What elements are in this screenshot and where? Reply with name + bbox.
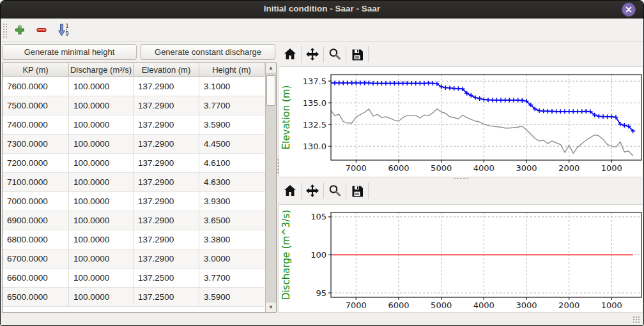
x-tick-label: 1000 <box>601 163 622 173</box>
zoom-button[interactable] <box>324 181 346 200</box>
table-cell[interactable]: 7500.0000 <box>3 96 69 115</box>
table-cell[interactable]: 3.6500 <box>199 211 264 230</box>
table-cell[interactable]: 3.7700 <box>199 96 264 115</box>
table-cell[interactable]: 137.2900 <box>134 192 199 211</box>
x-tick-label: 4000 <box>473 300 494 310</box>
table-row: 6500.0000100.0000137.25003.5900 <box>3 288 265 307</box>
window-title: Initial condition - Saar - Saar <box>1 4 643 13</box>
table-cell[interactable]: 4.6300 <box>199 173 264 192</box>
table-cell[interactable]: 3.9300 <box>199 192 264 211</box>
sort-ascending-icon: 1 9 <box>56 23 70 37</box>
resize-grip[interactable] <box>632 316 640 323</box>
table-header: KP (m)Discharge (m³/s)Elevation (m)Heigh… <box>3 63 265 77</box>
column-header[interactable]: Height (m) <box>199 63 264 77</box>
table-row: 6800.0000100.0000137.29003.3800 <box>3 230 265 249</box>
table-cell[interactable]: 100.0000 <box>69 288 134 307</box>
add-row-button[interactable] <box>11 21 29 39</box>
table-cell[interactable]: 4.6100 <box>199 154 264 173</box>
pan-button[interactable] <box>302 181 323 200</box>
window: Initial condition - Saar - Saar 1 <box>0 0 644 326</box>
table-cell[interactable]: 7100.0000 <box>3 173 69 192</box>
scroll-down-button[interactable]: ▼ <box>266 302 276 312</box>
table-cell[interactable]: 6800.0000 <box>3 230 69 249</box>
home-button[interactable] <box>279 181 301 200</box>
table-cell[interactable]: 100.0000 <box>69 269 134 288</box>
scroll-up-button[interactable]: ▲ <box>266 63 276 73</box>
toolbar-separator <box>368 46 369 63</box>
table-cell[interactable]: 100.0000 <box>69 211 134 230</box>
pan-button[interactable] <box>302 45 323 64</box>
table-cell[interactable]: 137.2900 <box>134 173 199 192</box>
table-cell[interactable]: 7000.0000 <box>3 192 69 211</box>
table-cell[interactable]: 3.1000 <box>199 77 264 96</box>
table-cell[interactable]: 6700.0000 <box>3 249 69 269</box>
x-tick-label: 5000 <box>431 300 452 310</box>
close-button[interactable] <box>622 3 636 17</box>
save-button[interactable] <box>346 45 368 64</box>
table-cell[interactable]: 137.2900 <box>134 115 199 135</box>
remove-row-button[interactable] <box>33 21 50 39</box>
discharge-chart-canvas[interactable]: 700060005000400030002000100010510095Disc… <box>279 205 643 312</box>
table-cell[interactable]: 7400.0000 <box>3 115 69 135</box>
table-cell[interactable]: 137.2900 <box>134 154 199 173</box>
save-icon <box>350 184 364 198</box>
table-cell[interactable]: 3.3800 <box>199 230 264 249</box>
pan-icon <box>305 47 319 61</box>
table-cell[interactable]: 100.0000 <box>69 230 134 249</box>
y-axis-label: Elevation (m) <box>280 85 292 150</box>
toolbar-drag-handle[interactable] <box>3 23 8 38</box>
table-cell[interactable]: 6900.0000 <box>3 211 69 230</box>
table-cell[interactable]: 137.2900 <box>134 230 199 249</box>
table-cell[interactable]: 7200.0000 <box>3 154 69 173</box>
zoom-button[interactable] <box>324 45 346 64</box>
table-cell[interactable]: 137.2900 <box>134 249 199 269</box>
table-cell[interactable]: 6600.0000 <box>3 269 69 288</box>
svg-text:1: 1 <box>66 24 69 29</box>
x-tick-label: 7000 <box>346 163 367 173</box>
table-cell[interactable]: 3.5900 <box>199 115 264 135</box>
column-header[interactable]: Discharge (m³/s) <box>69 63 134 77</box>
table-cell[interactable]: 7300.0000 <box>3 135 69 154</box>
table-cell[interactable]: 137.2900 <box>134 96 199 115</box>
table-cell[interactable]: 3.5900 <box>199 288 264 307</box>
table-row: 6700.0000100.0000137.29003.0000 <box>3 249 265 269</box>
column-header[interactable]: Elevation (m) <box>134 63 199 77</box>
save-button[interactable] <box>346 181 368 200</box>
table-cell[interactable]: 100.0000 <box>69 154 134 173</box>
table-cell[interactable]: 137.2500 <box>134 269 199 288</box>
table-cell[interactable]: 137.2900 <box>134 77 199 96</box>
home-button[interactable] <box>279 45 301 64</box>
table-cell[interactable]: 100.0000 <box>69 135 134 154</box>
table-cell[interactable]: 100.0000 <box>69 96 134 115</box>
table-cell[interactable]: 6500.0000 <box>3 288 69 307</box>
table-row: 7600.0000100.0000137.29003.1000 <box>3 77 265 96</box>
plus-icon <box>14 24 26 36</box>
sort-rows-button[interactable]: 1 9 <box>54 21 72 39</box>
table-cell[interactable]: 137.2500 <box>134 288 199 307</box>
table-scrollbar[interactable]: ▲ ▼ <box>265 63 276 312</box>
x-tick-label: 4000 <box>473 163 494 173</box>
column-header[interactable]: KP (m) <box>3 63 69 77</box>
scrollbar-thumb[interactable] <box>266 75 275 106</box>
table-cell[interactable]: 137.2900 <box>134 135 199 154</box>
table-cell[interactable]: 4.4500 <box>199 135 264 154</box>
table-cell[interactable]: 100.0000 <box>69 173 134 192</box>
home-icon <box>283 47 297 61</box>
generate-constant-discharge-button[interactable]: Generate constant discharge <box>141 44 275 60</box>
titlebar[interactable]: Initial condition - Saar - Saar <box>1 1 643 19</box>
table-cell[interactable]: 3.0000 <box>199 249 264 269</box>
generate-minimal-height-button[interactable]: Generate minimal height <box>2 44 137 60</box>
x-tick-label: 5000 <box>431 163 452 173</box>
pan-icon <box>305 184 319 198</box>
table-cell[interactable]: 100.0000 <box>69 192 134 211</box>
table-cell[interactable]: 100.0000 <box>69 115 134 135</box>
table-cell[interactable]: 100.0000 <box>69 249 134 269</box>
table-cell[interactable]: 137.2900 <box>134 211 199 230</box>
table-cell[interactable]: 100.0000 <box>69 77 134 96</box>
table-cell[interactable]: 7600.0000 <box>3 77 69 96</box>
plot-splitter-handle[interactable] <box>279 177 643 180</box>
toolbar-separator <box>368 182 369 199</box>
elevation-chart-canvas[interactable]: 7000600050004000300020001000137.5135.013… <box>279 67 643 177</box>
table-cell[interactable]: 3.7700 <box>199 269 264 288</box>
table-row: 7000.0000100.0000137.29003.9300 <box>3 192 265 211</box>
